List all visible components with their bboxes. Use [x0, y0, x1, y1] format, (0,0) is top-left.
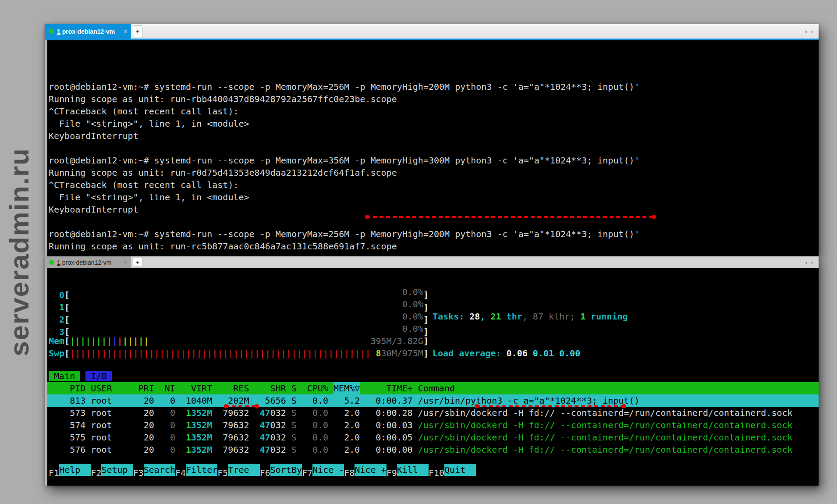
- cell-res: 79632: [217, 419, 249, 431]
- column-header-pri[interactable]: PRI: [138, 382, 154, 394]
- fkey-action: Kill: [397, 464, 429, 476]
- column-header-virt[interactable]: VIRT: [181, 382, 212, 394]
- process-row-576[interactable]: 576root2001352M7963247032S0.02.00:00.00/…: [47, 444, 819, 456]
- cell-s: S: [291, 394, 297, 407]
- tab-title: 1 prox-debian12-vm: [57, 259, 121, 266]
- process-row-573[interactable]: 573root2001352M7963247032S0.02.00:00.28/…: [47, 407, 819, 419]
- cell-user: root: [91, 444, 138, 456]
- fkey-F5[interactable]: F5Tree: [217, 464, 259, 476]
- cell-cpu: 0.0: [302, 444, 328, 456]
- fkey-label: F3: [133, 468, 144, 478]
- fkey-F9[interactable]: F9Kill: [387, 464, 429, 476]
- column-header-cpu[interactable]: CPU%: [302, 382, 328, 394]
- terminal-line: root@debian12-vm:~# systemd-run --scope …: [49, 81, 819, 93]
- cell-mem: 5.2: [333, 394, 360, 407]
- process-row-574[interactable]: 574root2001352M7963247032S0.02.00:00.03/…: [47, 419, 819, 431]
- htop-screen-tabs: Main I/O: [49, 370, 112, 382]
- cpu-value: 0.0%: [402, 323, 423, 335]
- column-header-shr[interactable]: SHR: [254, 382, 286, 394]
- fkey-label: F10: [429, 468, 444, 478]
- new-tab-button[interactable]: +: [133, 25, 142, 37]
- tab-scroll-left-icon[interactable]: ◂: [805, 259, 808, 266]
- terminal-line: KeyboardInterrupt: [49, 130, 819, 142]
- cell-res: 79632: [217, 444, 249, 456]
- column-header-user[interactable]: USER: [91, 382, 138, 394]
- fkey-action: Tree: [228, 464, 259, 476]
- cell-cmd: /usr/sbin/dockerd -H fd:// --containerd=…: [418, 431, 819, 444]
- swp-value: 30M/975M: [381, 347, 423, 359]
- close-icon[interactable]: ×: [124, 259, 127, 266]
- fkey-label: F4: [175, 468, 186, 478]
- cell-cmd: /usr/sbin/dockerd -H fd:// --containerd=…: [418, 419, 819, 431]
- cell-ni: 0: [160, 394, 175, 407]
- cell-mem: 2.0: [333, 444, 360, 456]
- meter-body: 0.0%: [70, 310, 423, 323]
- terminal-lines: root@debian12-vm:~# systemd-run --scope …: [49, 81, 819, 252]
- cell-pri: 20: [138, 444, 154, 456]
- cpu-meter-1: 1[0.0%]: [49, 298, 429, 310]
- cell-shr: 47032: [254, 431, 286, 444]
- fkey-label: F5: [217, 468, 228, 478]
- process-table-header[interactable]: PIDUSERPRINIVIRTRESSHRSCPU%MEM%▽TIME+Com…: [47, 382, 819, 394]
- swp-value-highlight: 8: [376, 347, 381, 359]
- cell-virt: 1352M: [181, 419, 212, 431]
- fkey-F2[interactable]: F2Setup: [91, 464, 133, 476]
- tab-scroll-right-icon[interactable]: ▸: [811, 259, 814, 266]
- column-header-pid[interactable]: PID: [49, 382, 85, 394]
- column-header-ni[interactable]: NI: [160, 382, 175, 394]
- cell-cpu: 0.0: [302, 419, 328, 431]
- process-table: 813root2001040M202M5656S0.05.20:00.37/us…: [47, 394, 819, 456]
- cell-pid: 573: [49, 407, 85, 419]
- annotation-underline-python-process: [476, 405, 625, 407]
- tasks-line: Tasks: 28, 21 thr, 87 kthr; 1 running: [433, 310, 628, 323]
- cell-cmd: /usr/sbin/dockerd -H fd:// --containerd=…: [418, 444, 819, 456]
- cpu-value: 0.0%: [402, 298, 423, 310]
- cell-time: 0:00.00: [365, 444, 412, 456]
- fkey-F3[interactable]: F3Search: [133, 464, 175, 476]
- terminal-output-top[interactable]: root@debian12-vm:~# systemd-run --scope …: [45, 40, 819, 270]
- red-bar: ||||||||||||||||||||||||||||||||||||||||…: [70, 347, 370, 359]
- session-active-dot: [49, 29, 54, 34]
- tab-title: 1 prox-debian12-vm: [57, 28, 121, 35]
- process-row-813[interactable]: 813root2001040M202M5656S0.05.20:00.37/us…: [47, 394, 819, 407]
- meter-body: 0.0%: [70, 286, 423, 298]
- cell-ni: 0: [160, 407, 175, 419]
- terminal-line: Running scope as unit: run-rbb4400437d89…: [49, 93, 819, 105]
- fkey-F8[interactable]: F8Nice +: [344, 464, 386, 476]
- tab-prox-debian12-vm-bottom[interactable]: 1 prox-debian12-vm ×: [45, 256, 131, 268]
- fkey-F4[interactable]: F4Filter: [175, 464, 217, 476]
- mem-meter: Mem[|||||||||||||||395M/3.82G]: [49, 335, 429, 347]
- cpu-value: 0.0%: [402, 310, 423, 323]
- htop-screen[interactable]: 0[0.0%]1[0.0%]2[0.0%]3[0.0%]Mem[||||||||…: [45, 268, 819, 486]
- column-header-mem[interactable]: MEM%▽: [333, 382, 360, 394]
- terminal-line: root@debian12-vm:~# systemd-run --scope …: [49, 228, 819, 240]
- cell-ni: 0: [160, 419, 175, 431]
- column-header-res[interactable]: RES: [217, 382, 249, 394]
- cell-res: 79632: [217, 431, 249, 444]
- cell-pri: 20: [138, 419, 154, 431]
- tab-bar-top: 1 prox-debian12-vm × + ◂ ▸: [45, 24, 819, 39]
- cell-user: root: [91, 431, 138, 444]
- tab-scroll-controls: ◂ ▸: [805, 24, 814, 39]
- column-header-time[interactable]: TIME+: [365, 382, 412, 394]
- terminal-window-bottom: 1 prox-debian12-vm × + ◂ ▸ 0[0.0%]1[0.0%…: [45, 256, 819, 486]
- cell-shr: 5656: [254, 394, 286, 407]
- new-tab-button[interactable]: +: [133, 258, 142, 267]
- cell-mem: 2.0: [333, 431, 360, 444]
- tab-io[interactable]: I/O: [85, 371, 112, 381]
- tab-scroll-right-icon[interactable]: ▸: [811, 28, 814, 35]
- process-row-575[interactable]: 575root2001352M7963247032S0.02.00:00.05/…: [47, 431, 819, 444]
- close-icon[interactable]: ×: [124, 28, 127, 35]
- fkey-F6[interactable]: F6SortBy: [260, 464, 302, 476]
- tab-scroll-left-icon[interactable]: ◂: [805, 28, 808, 35]
- column-header-s[interactable]: S: [291, 382, 297, 394]
- fkey-F1[interactable]: F1Help: [49, 464, 91, 476]
- tab-prox-debian12-vm-top[interactable]: 1 prox-debian12-vm ×: [45, 24, 131, 39]
- cpu-value: 0.0%: [402, 286, 423, 298]
- cpu-meter-3: 3[0.0%]: [49, 323, 429, 335]
- column-header-cmd[interactable]: Command: [418, 382, 819, 394]
- cell-res: 79632: [217, 407, 249, 419]
- tab-main[interactable]: Main: [49, 371, 80, 381]
- fkey-F10[interactable]: F10Quit: [429, 464, 476, 476]
- fkey-F7[interactable]: F7Nice -: [302, 464, 344, 476]
